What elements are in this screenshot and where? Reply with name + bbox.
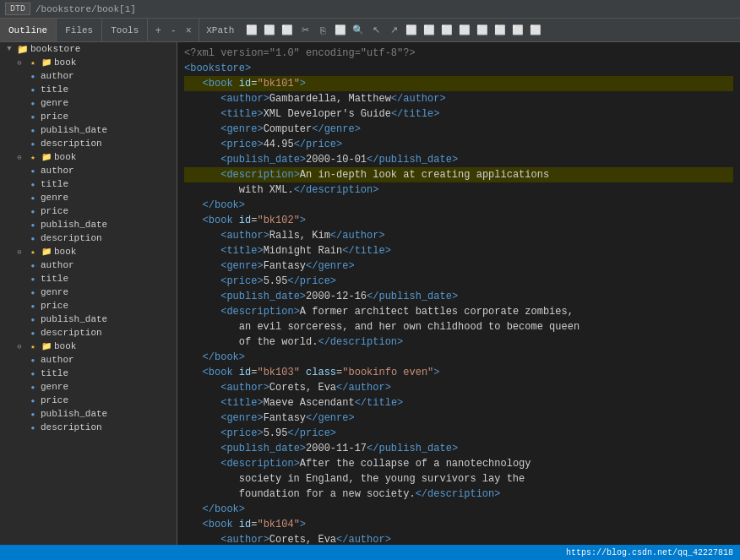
toolbar-icon-search[interactable]: 🔍: [351, 23, 366, 38]
tree-label-author3: author: [41, 260, 74, 270]
tree-label-price3: price: [41, 301, 68, 311]
tree-item-title-3[interactable]: ● title: [0, 272, 177, 285]
main-area: ▼ 📁 bookstore ⊖ ★ 📁 book ● author ● titl…: [0, 42, 740, 545]
tree-item-book-1[interactable]: ⊖ ★ 📁 book: [0, 56, 177, 69]
leaf-icon-title4: ●: [27, 367, 39, 379]
xml-desc-3-line2: society in England, the young survivors …: [184, 471, 733, 487]
star-icon-book2: ★: [27, 151, 39, 163]
toolbar-icon-3[interactable]: ⬜: [280, 23, 295, 38]
tree-item-genre-4[interactable]: ● genre: [0, 380, 177, 394]
tree-item-book-3[interactable]: ⊖ ★ 📁 book: [0, 245, 177, 258]
xml-author-1: <author>Gambardella, Matthew</author>: [184, 91, 733, 106]
tree-label-author2: author: [41, 166, 74, 176]
leaf-icon-author2: ●: [27, 165, 39, 177]
toolbar-icon-2[interactable]: ⬜: [262, 23, 277, 38]
add-tab-button[interactable]: +: [151, 24, 165, 37]
tree-label-book2: book: [54, 152, 76, 162]
tree-label-genre4: genre: [41, 382, 68, 392]
outline-panel: ▼ 📁 bookstore ⊖ ★ 📁 book ● author ● titl…: [0, 42, 177, 545]
dtd-badge[interactable]: DTD: [5, 3, 30, 15]
tree-item-price-3[interactable]: ● price: [0, 299, 177, 313]
xml-title-2: <title>Midnight Rain</title>: [184, 243, 733, 258]
tree-item-title-4[interactable]: ● title: [0, 367, 177, 380]
expand-icon-book4: ⊖: [14, 340, 25, 352]
toolbar-icon-5[interactable]: ⎘: [315, 23, 330, 38]
leaf-icon-desc1: ●: [27, 138, 39, 150]
tree-item-price-1[interactable]: ● price: [0, 110, 177, 123]
tree-item-genre-2[interactable]: ● genre: [0, 191, 177, 204]
leaf-icon-genre1: ●: [27, 97, 39, 109]
xml-editor[interactable]: <?xml version="1.0" encoding="utf-8"?> <…: [177, 42, 740, 545]
toolbar-icon-1[interactable]: ⬜: [244, 23, 259, 38]
tree-item-author-2[interactable]: ● author: [0, 164, 177, 177]
xml-desc-3-line3: foundation for a new society.</descripti…: [184, 487, 733, 502]
tree-item-title-1[interactable]: ● title: [0, 83, 177, 96]
leaf-icon-price1: ●: [27, 111, 39, 122]
tree-item-description-2[interactable]: ● description: [0, 231, 177, 245]
tree-item-author-3[interactable]: ● author: [0, 258, 177, 272]
leaf-icon-price2: ●: [27, 205, 39, 217]
tree-item-genre-3[interactable]: ● genre: [0, 285, 177, 299]
tree-item-book-4[interactable]: ⊖ ★ 📁 book: [0, 340, 177, 353]
toolbar-icon-7[interactable]: ⬜: [404, 23, 419, 38]
tab-outline[interactable]: Outline: [0, 19, 57, 41]
status-bar: https://blog.csdn.net/qq_42227818: [0, 545, 740, 560]
expand-icon-book3: ⊖: [14, 246, 25, 258]
leaf-icon-author1: ●: [27, 70, 39, 82]
tree-label-publish4: publish_date: [41, 409, 107, 419]
xml-book-bk101-close: </book>: [184, 198, 733, 213]
toolbar-icon-13[interactable]: ⬜: [510, 23, 525, 38]
tree-item-description-4[interactable]: ● description: [0, 421, 177, 434]
tree-item-author-4[interactable]: ● author: [0, 353, 177, 367]
folder-icon-book4: 📁: [41, 340, 52, 352]
toolbar-icon-6[interactable]: ⬜: [333, 23, 348, 38]
tree-item-title-2[interactable]: ● title: [0, 177, 177, 191]
xml-book-bk104-open: <book id="bk104">: [184, 517, 733, 532]
toolbar-icon-left[interactable]: ↖: [368, 23, 384, 38]
tree-item-author-1[interactable]: ● author: [0, 69, 177, 83]
tree-item-publish-date-2[interactable]: ● publish_date: [0, 218, 177, 231]
tree-item-publish-date-3[interactable]: ● publish_date: [0, 313, 177, 326]
tree-item-book-2[interactable]: ⊖ ★ 📁 book: [0, 150, 177, 164]
toolbar-icon-12[interactable]: ⬜: [492, 23, 508, 38]
tree-label-author1: author: [41, 71, 74, 81]
xml-title-3: <title>Maeve Ascendant</title>: [184, 395, 733, 410]
close-tab-button[interactable]: ×: [182, 24, 195, 37]
tab-tools[interactable]: Tools: [102, 19, 148, 41]
tree-item-genre-1[interactable]: ● genre: [0, 96, 177, 110]
tree-label-price1: price: [41, 111, 68, 122]
folder-icon-book3: 📁: [41, 246, 52, 258]
xml-desc-2-line3: of the world.</description>: [184, 334, 733, 350]
xml-publish-2: <publish_date>2000-12-16</publish_date>: [184, 289, 733, 304]
xml-desc-2-line2: an evil sorceress, and her own childhood…: [184, 319, 733, 334]
top-bar: DTD /bookstore/book[1]: [0, 0, 740, 19]
tree-label-price2: price: [41, 206, 68, 216]
toolbar-icon-9[interactable]: ⬜: [439, 23, 454, 38]
tree-item-price-4[interactable]: ● price: [0, 394, 177, 407]
tree-label-publish3: publish_date: [41, 314, 107, 324]
tree-item-description-1[interactable]: ● description: [0, 137, 177, 150]
toolbar-icon-8[interactable]: ⬜: [422, 23, 437, 38]
toolbar-icon-4[interactable]: ✂: [297, 23, 313, 38]
tree-item-publish-date-4[interactable]: ● publish_date: [0, 407, 177, 421]
tab-files[interactable]: Files: [57, 19, 102, 41]
toolbar-icon-10[interactable]: ⬜: [457, 23, 472, 38]
tree-label-book3: book: [54, 247, 76, 257]
leaf-icon-author4: ●: [27, 354, 39, 366]
leaf-icon-title1: ●: [27, 84, 39, 95]
toolbar-icons: ⬜ ⬜ ⬜ ✂ ⎘ ⬜ 🔍 ↖ ↗ ⬜ ⬜ ⬜ ⬜ ⬜ ⬜ ⬜ ⬜: [241, 23, 547, 38]
tree-item-publish-date-1[interactable]: ● publish_date: [0, 123, 177, 137]
xml-genre-2: <genre>Fantasy</genre>: [184, 258, 733, 274]
expand-icon-book2: ⊖: [14, 151, 25, 163]
toolbar-icon-11[interactable]: ⬜: [475, 23, 490, 38]
folder-icon-book1: 📁: [41, 57, 52, 68]
tree-item-description-3[interactable]: ● description: [0, 326, 177, 340]
xml-price-3: <price>5.95</price>: [184, 426, 733, 441]
remove-tab-button[interactable]: -: [166, 24, 180, 37]
toolbar-icon-right[interactable]: ↗: [386, 23, 401, 38]
toolbar-icon-14[interactable]: ⬜: [528, 23, 543, 38]
leaf-icon-title3: ●: [27, 273, 39, 285]
tree-item-bookstore[interactable]: ▼ 📁 bookstore: [0, 42, 177, 56]
xml-price-2: <price>5.95</price>: [184, 274, 733, 289]
tree-item-price-2[interactable]: ● price: [0, 204, 177, 218]
